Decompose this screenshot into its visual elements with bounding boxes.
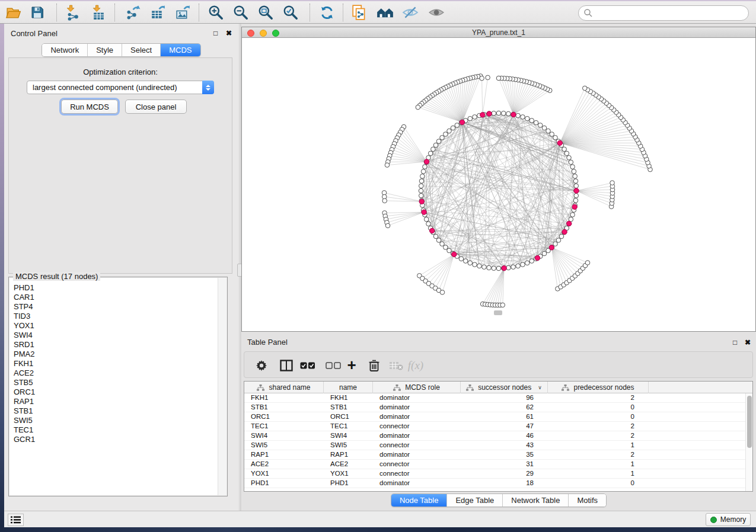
network-window-titlebar[interactable]: YPA_prune.txt_1 xyxy=(242,27,755,38)
mcds-result-node[interactable]: CAR1 xyxy=(14,293,218,302)
cell-name: ORC1 xyxy=(324,412,373,421)
table-scrollbar[interactable] xyxy=(745,393,752,491)
zoom-out-icon[interactable] xyxy=(231,3,251,22)
mcds-result-node[interactable]: SWI4 xyxy=(14,331,218,340)
function-builder-icon[interactable]: f(x) xyxy=(406,352,426,379)
network-canvas-scrollbar-thumb[interactable] xyxy=(494,310,502,315)
mcds-result-node[interactable]: STB5 xyxy=(14,378,218,387)
tab-select[interactable]: Select xyxy=(122,44,160,56)
close-panel-button[interactable]: Close panel xyxy=(125,100,187,114)
cell-name: STB1 xyxy=(324,403,373,412)
table-row[interactable]: STB1STB1dominator620 xyxy=(244,403,745,412)
mcds-result-node[interactable]: SWI5 xyxy=(14,416,218,425)
table-row[interactable]: RAP1RAP1dominator352 xyxy=(244,450,745,460)
table-row[interactable]: YOX1YOX1connector291 xyxy=(244,469,745,479)
mcds-result-node[interactable]: PMA2 xyxy=(14,350,218,359)
mcds-result-node[interactable]: TID3 xyxy=(14,312,218,321)
delete-column-icon[interactable] xyxy=(364,352,384,379)
table-panel-float-icon[interactable]: □ xyxy=(733,338,737,347)
run-mcds-button[interactable]: Run MCDS xyxy=(61,100,118,114)
control-panel-close-icon[interactable]: ✖ xyxy=(226,29,232,37)
toolbar-separator xyxy=(199,4,199,21)
zoom-in-icon[interactable] xyxy=(206,3,226,22)
export-network-icon[interactable] xyxy=(123,3,143,22)
cell-MCDS-role: dominator xyxy=(373,412,461,421)
search-input[interactable] xyxy=(593,7,748,19)
column-header-predecessor-nodes[interactable]: predecessor nodes xyxy=(548,382,649,393)
zoom-selected-icon[interactable] xyxy=(280,3,301,22)
mcds-result-node[interactable]: FKH1 xyxy=(14,359,218,368)
table-settings-icon[interactable] xyxy=(251,352,272,379)
column-header-MCDS-role[interactable]: MCDS role xyxy=(373,382,461,393)
table-panel-tabs: Node TableEdge TableNetwork TableMotifs xyxy=(241,493,756,507)
mcds-result-node[interactable]: STB1 xyxy=(14,406,218,416)
cell-shared-name: RAP1 xyxy=(244,450,324,459)
first-neighbors-icon[interactable] xyxy=(375,3,395,22)
tab-edge-table[interactable]: Edge Table xyxy=(446,494,502,507)
criterion-select[interactable]: largest connected component (undirected) xyxy=(27,81,214,94)
tab-network-table[interactable]: Network Table xyxy=(502,494,568,507)
table-row[interactable]: TEC1TEC1connector472 xyxy=(244,422,745,431)
new-network-from-selection-icon[interactable] xyxy=(349,3,369,22)
mcds-result-list[interactable]: PHD1CAR1STP4TID3YOX1SWI4SRD1PMA2FKH1ACE2… xyxy=(9,278,218,495)
column-header-name[interactable]: name xyxy=(324,382,373,393)
mcds-result-node[interactable]: GCR1 xyxy=(14,435,218,444)
column-tree-icon xyxy=(257,384,264,391)
mcds-result-node[interactable]: PHD1 xyxy=(14,283,218,293)
deselect-all-rows-icon[interactable] xyxy=(323,352,343,379)
table-row[interactable]: FKH1FKH1dominator962 xyxy=(244,393,745,403)
mcds-result-title: MCDS result (17 nodes) xyxy=(13,272,100,281)
tab-network[interactable]: Network xyxy=(42,44,87,56)
save-session-icon[interactable] xyxy=(27,3,47,22)
tab-style[interactable]: Style xyxy=(87,44,122,56)
cell-shared-name: ORC1 xyxy=(244,412,324,421)
mcds-result-node[interactable]: TEC1 xyxy=(14,425,218,435)
show-all-icon[interactable] xyxy=(426,3,446,22)
mcds-result-node[interactable]: YOX1 xyxy=(14,321,218,331)
refresh-view-icon[interactable] xyxy=(317,3,337,22)
mcds-result-node[interactable]: ORC1 xyxy=(14,387,218,397)
search-field[interactable] xyxy=(578,5,749,21)
column-header-shared-name[interactable]: shared name xyxy=(244,382,324,393)
table-scrollbar-thumb[interactable] xyxy=(747,396,752,448)
select-all-rows-icon[interactable] xyxy=(298,352,318,379)
tab-mcds[interactable]: MCDS xyxy=(160,44,200,56)
zoom-fit-icon[interactable] xyxy=(256,3,276,22)
cell-shared-name: FKH1 xyxy=(244,393,324,402)
cell-name: SWI5 xyxy=(324,441,373,450)
cell-shared-name: SWI5 xyxy=(244,441,324,450)
import-network-icon[interactable] xyxy=(62,3,82,22)
memory-button[interactable]: Memory xyxy=(706,513,751,526)
cell-predecessor-nodes: 2 xyxy=(548,422,649,431)
hide-selected-icon[interactable] xyxy=(400,3,420,22)
add-column-icon[interactable]: + xyxy=(342,352,362,379)
table-row[interactable]: SWI4SWI4dominator462 xyxy=(244,431,745,441)
cell-MCDS-role: connector xyxy=(373,460,461,469)
status-bar: Memory xyxy=(4,511,756,527)
control-panel-float-icon[interactable]: □ xyxy=(213,29,218,37)
table-panel-close-icon[interactable]: ✖ xyxy=(745,338,751,347)
result-list-scrollbar[interactable] xyxy=(218,278,227,495)
mcds-result-node[interactable]: RAP1 xyxy=(14,397,218,406)
task-history-button[interactable] xyxy=(8,514,24,526)
mcds-result-node[interactable]: STP4 xyxy=(14,302,218,312)
import-table-icon[interactable] xyxy=(88,3,109,22)
mcds-result-node[interactable]: ACE2 xyxy=(14,368,218,378)
delete-table-icon[interactable] xyxy=(386,352,406,379)
cell-name: SWI4 xyxy=(324,431,373,440)
table-row[interactable]: SWI5SWI5connector431 xyxy=(244,441,745,450)
optimization-criterion-label: Optimization criterion: xyxy=(9,68,232,76)
table-row[interactable]: ACE2ACE2connector311 xyxy=(244,460,745,469)
table-row[interactable]: PHD1PHD1dominator180 xyxy=(244,479,745,488)
table-split-view-icon[interactable] xyxy=(276,352,296,379)
table-row[interactable]: ORC1ORC1dominator610 xyxy=(244,412,745,422)
tab-motifs[interactable]: Motifs xyxy=(568,494,606,507)
export-image-icon[interactable] xyxy=(173,3,193,22)
tab-node-table[interactable]: Node Table xyxy=(391,494,447,507)
column-header-successor-nodes[interactable]: successor nodes∨ xyxy=(461,382,548,393)
toolbar-separator xyxy=(343,4,343,21)
mcds-result-node[interactable]: SRD1 xyxy=(14,340,218,350)
export-table-icon[interactable] xyxy=(148,3,168,22)
network-graph-canvas[interactable] xyxy=(242,38,755,331)
open-file-icon[interactable] xyxy=(3,3,23,22)
